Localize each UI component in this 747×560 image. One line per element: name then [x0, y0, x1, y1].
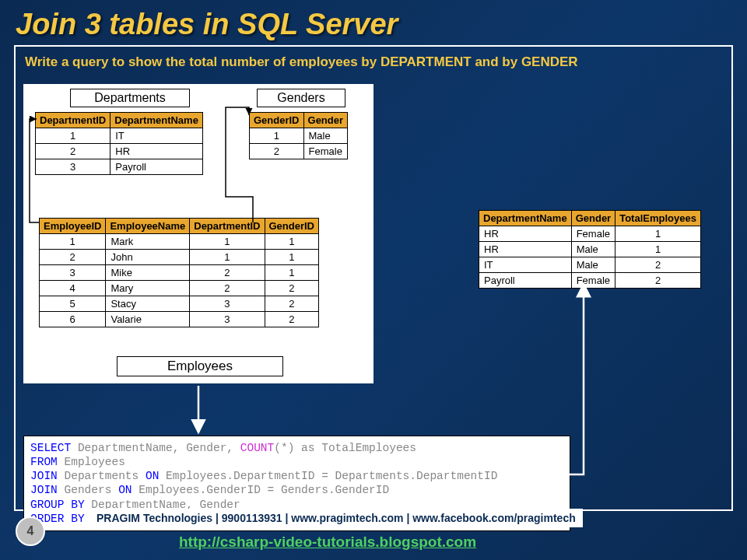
employees-table: EmployeeID EmployeeName DepartmentID Gen…	[39, 218, 319, 327]
footer-link[interactable]: http://csharp-video-tutorials.blogspot.c…	[179, 534, 476, 551]
employees-label: Employees	[117, 356, 283, 376]
departments-label: Departments	[70, 89, 190, 107]
source-tables-panel: Departments Genders Employees Department…	[23, 84, 374, 383]
footer-info-bar: PRAGIM Technologies | 9900113931 | www.p…	[89, 509, 583, 527]
genders-table: GenderIDGender 1Male 2Female	[249, 112, 348, 159]
result-table: DepartmentName Gender TotalEmployees HRF…	[479, 210, 701, 289]
genders-label: Genders	[257, 89, 345, 107]
result-panel: DepartmentName Gender TotalEmployees HRF…	[479, 210, 701, 289]
content-border: Write a query to show the total number o…	[14, 45, 733, 511]
page-title: Join 3 tables in SQL Server	[0, 0, 747, 45]
page-number-badge: 4	[16, 516, 45, 546]
departments-table: DepartmentIDDepartmentName 1IT 2HR 3Payr…	[35, 112, 203, 175]
subtitle-text: Write a query to show the total number o…	[16, 47, 731, 76]
